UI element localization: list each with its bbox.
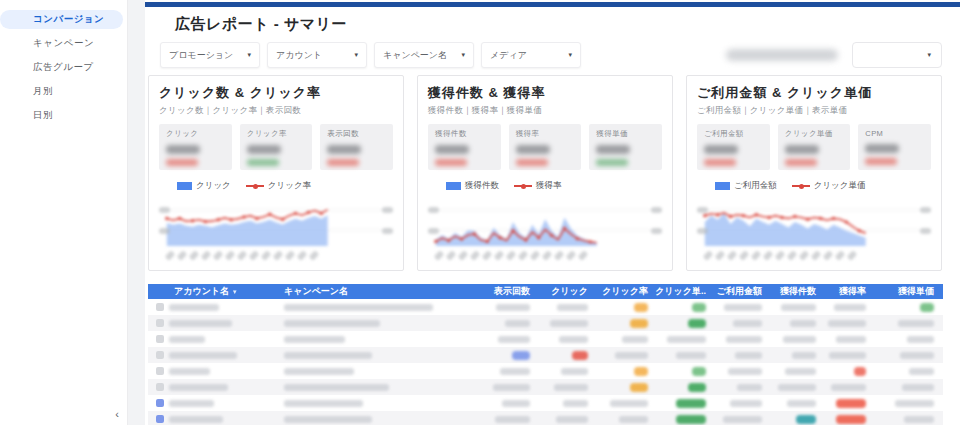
filter-dropdown-3[interactable]: キャンペーン名▾ [374,42,474,68]
cell-cpa [872,384,940,391]
filter-label: アカウント [276,49,322,62]
card-title: 獲得件数 & 獲得率 [428,84,662,102]
column-header-clicks[interactable]: クリック [536,285,594,298]
table-row[interactable] [148,363,943,379]
cell-account [148,415,278,423]
main-content: 広告レポート - サマリー プロモーション▾アカウント▾キャンペーン名▾メディア… [145,0,960,425]
date-range-value[interactable] [726,49,838,61]
axis-tick-label-blurred [920,228,931,234]
cell-cvr [822,304,872,311]
axis-tick-label-blurred [159,207,170,213]
filter-dropdown-4[interactable]: メディア▾ [481,42,581,68]
table-row[interactable] [148,411,943,425]
filter-dropdown-1[interactable]: プロモーション▾ [160,42,260,68]
column-header-cvr[interactable]: 獲得率 [822,285,872,298]
cell-account [148,319,278,327]
table-row[interactable] [148,331,943,347]
cell-value-blurred [787,400,816,407]
legend-line-swatch [246,185,264,187]
sidebar-collapse-button[interactable]: ‹ [115,409,119,420]
cell-imps [468,320,536,327]
column-header-account[interactable]: アカウント名▾ [148,285,278,298]
axis-tick-label-blurred [159,228,170,234]
sidebar-item-3[interactable]: 広告グループ [0,58,123,77]
cell-cpc [654,319,712,328]
sidebar-item-label: 月別 [33,85,53,98]
sidebar-item-1[interactable]: コンバージョン [0,10,123,29]
cell-imps [468,416,536,423]
column-header-cost[interactable]: ご利用金額 [712,285,768,298]
cell-cpa [872,352,940,359]
column-header-label: クリック単.. [655,285,706,298]
cell-text-blurred [169,304,219,311]
column-header-cpc[interactable]: クリック単.. [654,285,712,298]
kpi-row: 獲得件数獲得率獲得単価 [428,124,662,170]
column-header-imps[interactable]: 表示回数 [468,285,536,298]
cell-cpc [654,399,712,408]
sidebar-item-4[interactable]: 月別 [0,82,123,101]
kpi-tile: 獲得単価 [589,124,662,170]
column-header-label: 獲得件数 [780,285,816,298]
cell-value-blurred [828,320,866,327]
axis-tick-label-blurred [382,207,393,213]
status-chip [634,367,648,376]
cell-value-blurred [726,336,762,343]
cell-clicks [536,336,594,343]
sidebar-item-5[interactable]: 日別 [0,106,123,125]
x-axis-labels-blurred [436,251,586,260]
legend-bar-swatch [715,182,730,190]
card-subtitle: クリック数｜クリック率｜表示回数 [159,105,393,117]
column-header-ctr[interactable]: クリック率 [594,285,654,298]
campaign-table: アカウント名▾キャンペーン名表示回数クリッククリック率クリック単..ご利用金額獲… [148,284,943,425]
sidebar-item-2[interactable]: キャンペーン [0,34,123,53]
cell-campaign [278,304,468,311]
column-header-acq[interactable]: 獲得件数 [768,285,822,298]
cell-text-blurred [169,336,205,343]
cell-value-blurred [737,384,762,391]
cell-value-blurred [792,352,816,359]
x-tick-blurred [446,250,457,261]
legend-bar-swatch [446,182,461,190]
sort-desc-icon: ▾ [233,288,237,296]
table-row[interactable] [148,347,943,363]
summary-card-1: クリック数 & クリック率クリック数｜クリック率｜表示回数クリッククリック率表示… [148,75,404,271]
x-tick-blurred [727,250,738,261]
legend-item-line: クリック単価 [792,180,866,192]
cell-ctr [594,319,654,328]
filter-dropdown-2[interactable]: アカウント▾ [267,42,367,68]
summary-card-2: 獲得件数 & 獲得率獲得件数｜獲得率｜獲得単価獲得件数獲得率獲得単価獲得件数獲得… [417,75,673,271]
cell-value-blurred [834,304,866,311]
cell-ctr [594,367,654,376]
table-row[interactable] [148,299,943,315]
status-chip [676,399,706,408]
cell-cvr [822,367,872,376]
cell-acq [768,368,822,375]
cell-cvr [822,384,872,391]
date-range-dropdown[interactable]: ▾ [852,42,942,68]
account-icon [156,335,164,343]
column-header-campaign[interactable]: キャンペーン名 [278,285,468,298]
kpi-label: クリック [166,129,225,139]
column-header-cpa[interactable]: 獲得単価 [872,285,940,298]
x-tick-blurred [775,250,786,261]
x-tick-blurred [763,250,774,261]
table-row[interactable] [148,315,943,331]
kpi-label: 獲得件数 [435,129,494,139]
cell-acq [768,352,822,359]
axis-tick-label-blurred [651,207,662,213]
cell-value-blurred [783,336,816,343]
table-body [148,299,943,425]
cell-campaign [278,336,468,343]
x-tick-blurred [189,250,200,261]
cell-ctr [594,400,654,407]
x-tick-blurred [530,250,541,261]
kpi-value-blurred [327,145,361,154]
kpi-label: クリック単価 [785,129,844,139]
table-row[interactable] [148,395,943,411]
cell-value-blurred [904,416,934,423]
table-row[interactable] [148,379,943,395]
filter-label: プロモーション [169,49,233,62]
cell-cost [712,352,768,359]
sidebar: コンバージョンキャンペーン広告グループ月別日別 ‹ [0,0,128,425]
status-chip [688,383,706,392]
